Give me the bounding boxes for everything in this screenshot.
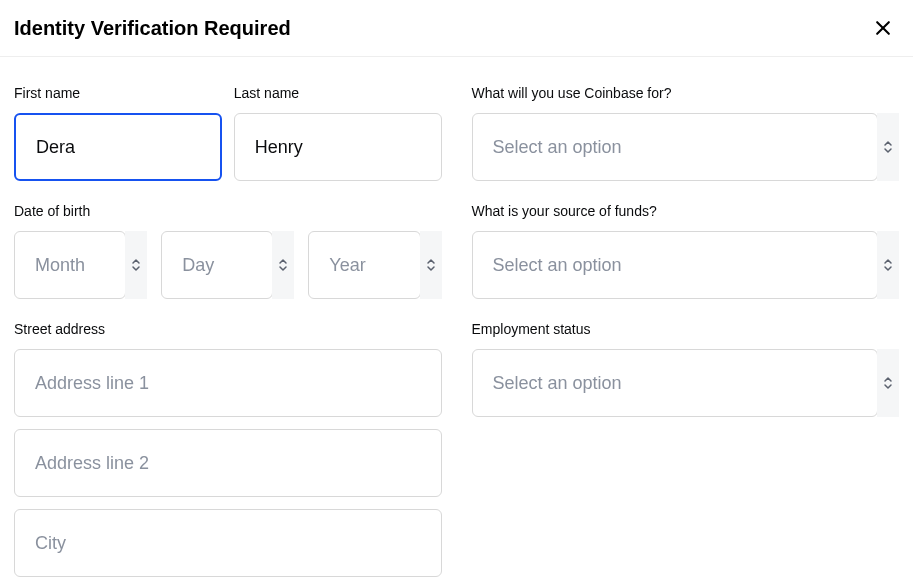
day-placeholder: Day	[161, 231, 273, 299]
use-label: What will you use Coinbase for?	[472, 85, 900, 101]
city-input[interactable]	[14, 509, 442, 577]
employment-placeholder: Select an option	[472, 349, 879, 417]
last-name-input[interactable]	[234, 113, 442, 181]
updown-icon	[883, 140, 893, 154]
employment-group: Employment status Select an option	[472, 321, 900, 417]
page-title: Identity Verification Required	[14, 17, 291, 40]
dob-group: Date of birth Month Day	[14, 203, 442, 299]
updown-icon	[883, 258, 893, 272]
year-arrow[interactable]	[420, 231, 442, 299]
modal-header: Identity Verification Required	[0, 0, 913, 57]
right-column: What will you use Coinbase for? Select a…	[472, 85, 900, 582]
address-line1-input[interactable]	[14, 349, 442, 417]
month-placeholder: Month	[14, 231, 126, 299]
use-select[interactable]: Select an option	[472, 113, 900, 181]
employment-select[interactable]: Select an option	[472, 349, 900, 417]
day-select[interactable]: Day	[161, 231, 294, 299]
form-content: First name Last name Date of birth Month	[0, 57, 913, 582]
name-group: First name Last name	[14, 85, 442, 181]
funds-placeholder: Select an option	[472, 231, 879, 299]
funds-select[interactable]: Select an option	[472, 231, 900, 299]
month-arrow[interactable]	[125, 231, 147, 299]
funds-label: What is your source of funds?	[472, 203, 900, 219]
first-name-input[interactable]	[14, 113, 222, 181]
year-select[interactable]: Year	[308, 231, 441, 299]
updown-icon	[883, 376, 893, 390]
dob-label: Date of birth	[14, 203, 442, 219]
last-name-label: Last name	[234, 85, 442, 101]
updown-icon	[426, 258, 436, 272]
employment-arrow[interactable]	[877, 349, 899, 417]
updown-icon	[131, 258, 141, 272]
address-line2-input[interactable]	[14, 429, 442, 497]
close-button[interactable]	[869, 14, 897, 42]
address-label: Street address	[14, 321, 442, 337]
updown-icon	[278, 258, 288, 272]
funds-arrow[interactable]	[877, 231, 899, 299]
first-name-label: First name	[14, 85, 222, 101]
use-arrow[interactable]	[877, 113, 899, 181]
employment-label: Employment status	[472, 321, 900, 337]
day-arrow[interactable]	[272, 231, 294, 299]
month-select[interactable]: Month	[14, 231, 147, 299]
left-column: First name Last name Date of birth Month	[14, 85, 442, 582]
year-placeholder: Year	[308, 231, 420, 299]
funds-group: What is your source of funds? Select an …	[472, 203, 900, 299]
address-group: Street address	[14, 321, 442, 577]
use-group: What will you use Coinbase for? Select a…	[472, 85, 900, 181]
use-placeholder: Select an option	[472, 113, 879, 181]
close-icon	[873, 18, 893, 38]
